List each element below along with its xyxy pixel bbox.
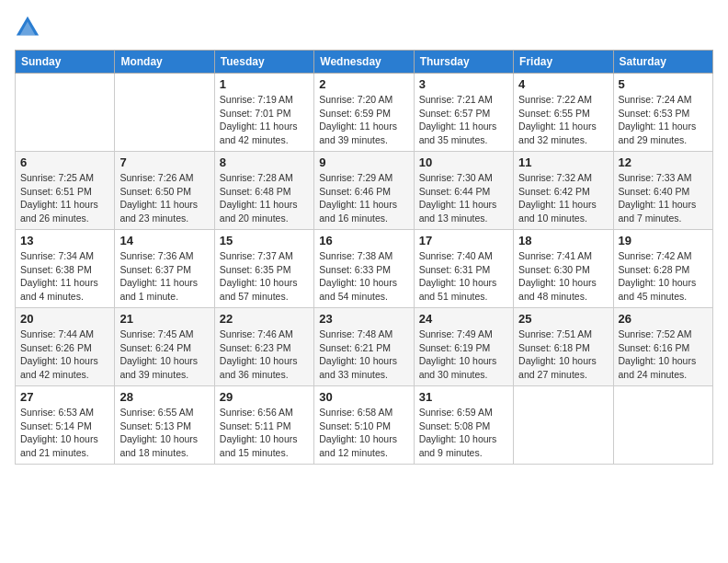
day-number: 8	[220, 155, 309, 169]
day-number: 4	[518, 77, 608, 91]
sunrise: Sunrise: 7:33 AM	[619, 172, 692, 183]
daylight: Daylight: 11 hours and 35 minutes.	[419, 121, 497, 145]
sunrise: Sunrise: 7:24 AM	[619, 94, 692, 105]
sunset: Sunset: 6:44 PM	[419, 186, 491, 197]
calendar-week-row: 13 Sunrise: 7:34 AM Sunset: 6:38 PM Dayl…	[16, 230, 713, 308]
daylight: Daylight: 10 hours and 21 minutes.	[20, 433, 98, 458]
sunrise: Sunrise: 7:42 AM	[619, 250, 692, 261]
day-number: 15	[220, 234, 309, 247]
day-number: 12	[619, 155, 708, 169]
weekday-header: Monday	[115, 51, 214, 74]
sunrise: Sunrise: 6:53 AM	[20, 407, 94, 418]
calendar-cell: 22 Sunrise: 7:46 AM Sunset: 6:23 PM Dayl…	[214, 308, 313, 386]
weekday-header: Sunday	[16, 51, 115, 74]
sunset: Sunset: 6:42 PM	[518, 186, 590, 197]
calendar-cell: 14 Sunrise: 7:36 AM Sunset: 6:37 PM Dayl…	[115, 230, 214, 308]
daylight: Daylight: 11 hours and 32 minutes.	[518, 121, 597, 145]
day-info: Sunrise: 7:36 AM Sunset: 6:37 PM Dayligh…	[119, 249, 209, 304]
calendar-cell	[613, 386, 712, 465]
sunset: Sunset: 6:16 PM	[619, 342, 690, 353]
calendar-cell: 15 Sunrise: 7:37 AM Sunset: 6:35 PM Dayl…	[214, 230, 313, 308]
day-info: Sunrise: 6:56 AM Sunset: 5:11 PM Dayligh…	[220, 406, 309, 460]
daylight: Daylight: 11 hours and 39 minutes.	[319, 121, 397, 145]
day-info: Sunrise: 7:38 AM Sunset: 6:33 PM Dayligh…	[319, 249, 408, 304]
sunrise: Sunrise: 6:55 AM	[119, 407, 193, 418]
day-number: 13	[20, 234, 109, 247]
day-info: Sunrise: 6:55 AM Sunset: 5:13 PM Dayligh…	[119, 406, 209, 460]
weekday-header: Friday	[514, 51, 613, 74]
day-info: Sunrise: 7:26 AM Sunset: 6:50 PM Dayligh…	[119, 171, 209, 225]
sunset: Sunset: 6:23 PM	[220, 342, 291, 353]
calendar-cell: 1 Sunrise: 7:19 AM Sunset: 7:01 PM Dayli…	[214, 74, 313, 152]
calendar-cell: 7 Sunrise: 7:26 AM Sunset: 6:50 PM Dayli…	[115, 152, 214, 230]
day-info: Sunrise: 7:19 AM Sunset: 7:01 PM Dayligh…	[220, 93, 309, 147]
calendar-cell: 17 Sunrise: 7:40 AM Sunset: 6:31 PM Dayl…	[414, 230, 513, 308]
weekday-header-row: SundayMondayTuesdayWednesdayThursdayFrid…	[16, 51, 713, 74]
day-number: 29	[220, 390, 309, 404]
sunrise: Sunrise: 7:34 AM	[20, 250, 94, 261]
sunset: Sunset: 6:30 PM	[518, 264, 590, 275]
daylight: Daylight: 11 hours and 4 minutes.	[20, 277, 98, 302]
daylight: Daylight: 10 hours and 12 minutes.	[319, 433, 397, 458]
sunrise: Sunrise: 7:44 AM	[20, 328, 94, 339]
daylight: Daylight: 10 hours and 18 minutes.	[119, 433, 198, 458]
sunrise: Sunrise: 7:49 AM	[419, 328, 493, 339]
day-info: Sunrise: 7:33 AM Sunset: 6:40 PM Dayligh…	[619, 171, 708, 225]
calendar-cell: 26 Sunrise: 7:52 AM Sunset: 6:16 PM Dayl…	[613, 308, 712, 386]
sunset: Sunset: 6:37 PM	[119, 264, 191, 275]
sunset: Sunset: 5:08 PM	[419, 420, 491, 431]
day-info: Sunrise: 7:41 AM Sunset: 6:30 PM Dayligh…	[518, 249, 608, 304]
daylight: Daylight: 10 hours and 9 minutes.	[419, 433, 497, 458]
daylight: Daylight: 10 hours and 24 minutes.	[619, 355, 697, 380]
sunrise: Sunrise: 7:52 AM	[619, 328, 692, 339]
day-number: 17	[419, 234, 508, 247]
sunrise: Sunrise: 7:20 AM	[319, 94, 392, 105]
calendar-cell: 27 Sunrise: 6:53 AM Sunset: 5:14 PM Dayl…	[16, 386, 115, 465]
calendar-cell: 31 Sunrise: 6:59 AM Sunset: 5:08 PM Dayl…	[414, 386, 513, 465]
calendar-cell: 12 Sunrise: 7:33 AM Sunset: 6:40 PM Dayl…	[613, 152, 712, 230]
day-number: 2	[319, 77, 408, 91]
day-number: 6	[20, 155, 109, 169]
sunrise: Sunrise: 6:56 AM	[220, 407, 293, 418]
daylight: Daylight: 10 hours and 33 minutes.	[319, 355, 397, 380]
daylight: Daylight: 10 hours and 27 minutes.	[518, 355, 597, 380]
page-header	[15, 15, 713, 40]
day-number: 14	[119, 234, 209, 247]
daylight: Daylight: 11 hours and 20 minutes.	[220, 199, 298, 224]
daylight: Daylight: 11 hours and 29 minutes.	[619, 121, 697, 145]
day-number: 16	[319, 234, 408, 247]
sunset: Sunset: 6:40 PM	[619, 186, 690, 197]
sunset: Sunset: 6:46 PM	[319, 186, 391, 197]
calendar-cell: 18 Sunrise: 7:41 AM Sunset: 6:30 PM Dayl…	[514, 230, 613, 308]
sunset: Sunset: 6:51 PM	[20, 186, 92, 197]
calendar-cell: 23 Sunrise: 7:48 AM Sunset: 6:21 PM Dayl…	[314, 308, 414, 386]
day-info: Sunrise: 7:24 AM Sunset: 6:53 PM Dayligh…	[619, 93, 708, 147]
sunrise: Sunrise: 7:45 AM	[119, 328, 193, 339]
sunrise: Sunrise: 7:26 AM	[119, 172, 193, 183]
calendar-cell: 19 Sunrise: 7:42 AM Sunset: 6:28 PM Dayl…	[613, 230, 712, 308]
day-info: Sunrise: 7:25 AM Sunset: 6:51 PM Dayligh…	[20, 171, 109, 225]
sunrise: Sunrise: 7:38 AM	[319, 250, 392, 261]
weekday-header: Saturday	[613, 51, 712, 74]
logo-icon	[15, 15, 40, 40]
calendar-cell	[115, 74, 214, 152]
sunset: Sunset: 7:01 PM	[220, 108, 291, 119]
daylight: Daylight: 10 hours and 42 minutes.	[20, 355, 98, 380]
calendar-cell: 8 Sunrise: 7:28 AM Sunset: 6:48 PM Dayli…	[214, 152, 313, 230]
sunrise: Sunrise: 7:30 AM	[419, 172, 493, 183]
day-number: 19	[619, 234, 708, 247]
calendar-cell: 13 Sunrise: 7:34 AM Sunset: 6:38 PM Dayl…	[16, 230, 115, 308]
day-info: Sunrise: 7:22 AM Sunset: 6:55 PM Dayligh…	[518, 93, 608, 147]
day-number: 25	[518, 312, 608, 326]
day-info: Sunrise: 6:58 AM Sunset: 5:10 PM Dayligh…	[319, 406, 408, 460]
sunrise: Sunrise: 7:36 AM	[119, 250, 193, 261]
calendar-week-row: 1 Sunrise: 7:19 AM Sunset: 7:01 PM Dayli…	[16, 74, 713, 152]
day-info: Sunrise: 7:21 AM Sunset: 6:57 PM Dayligh…	[419, 93, 508, 147]
daylight: Daylight: 11 hours and 7 minutes.	[619, 199, 697, 224]
daylight: Daylight: 11 hours and 1 minute.	[119, 277, 198, 302]
daylight: Daylight: 10 hours and 39 minutes.	[119, 355, 198, 380]
daylight: Daylight: 10 hours and 57 minutes.	[220, 277, 298, 302]
calendar-cell: 9 Sunrise: 7:29 AM Sunset: 6:46 PM Dayli…	[314, 152, 414, 230]
daylight: Daylight: 11 hours and 23 minutes.	[119, 199, 198, 224]
sunset: Sunset: 6:35 PM	[220, 264, 291, 275]
